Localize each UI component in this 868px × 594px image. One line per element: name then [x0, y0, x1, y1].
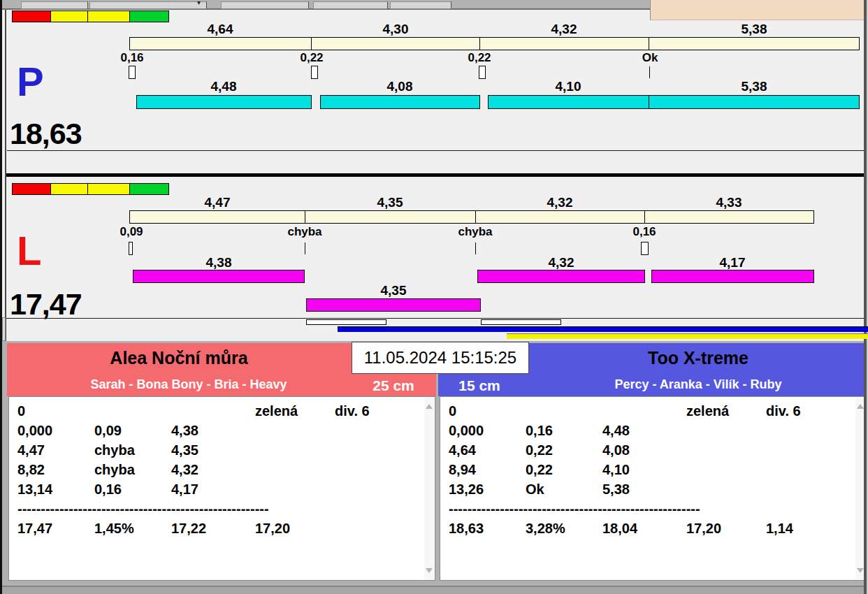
table-row: 8,94 0,22 4,10: [440, 461, 855, 480]
p-lap-time-label: 4,30: [326, 22, 465, 36]
l-lap-bar-segment: [129, 210, 305, 224]
l-split-time-label: 4,17: [663, 256, 802, 270]
p-gate-tick-box: [129, 66, 136, 79]
empty-split-bar: [306, 319, 386, 325]
panel-divider-line: [6, 318, 865, 319]
indicator-yellow-segment: [50, 183, 88, 195]
yellow-progress-bar: [507, 333, 868, 339]
toolbar-fragment: [390, 1, 451, 9]
empty-split-bar: [481, 319, 561, 325]
table-row: 0 zelená div. 6: [9, 402, 424, 421]
table-row: ----------------------------------------…: [9, 500, 424, 519]
table-scrollbar[interactable]: [424, 398, 434, 579]
right-team-title: Too X-treme: [530, 347, 867, 368]
results-table-right[interactable]: 0 zelená div. 6 0,000 0,16 4,48 4,64 0,2…: [440, 396, 867, 581]
l-gate-tick-box: [641, 242, 649, 255]
table-row: 13,14 0,16 4,17: [9, 480, 424, 500]
p-split-bar-segment: [649, 95, 860, 109]
traffic-light-indicator-p: [12, 10, 169, 22]
scroll-down-arrow-icon[interactable]: [426, 568, 433, 573]
p-lap-time-label: 4,64: [150, 22, 290, 36]
p-lap-bar-segment: [311, 37, 480, 50]
overlapping-window-fragment: [650, 0, 868, 20]
table-row: ----------------------------------------…: [440, 500, 855, 519]
p-split-bar-segment: [320, 95, 480, 109]
l-split-bar-segment: [133, 270, 305, 283]
toolbar-fragment: [21, 1, 88, 9]
traffic-light-indicator-l: [12, 183, 169, 195]
indicator-red-segment: [12, 10, 51, 22]
l-total-time: 17,47: [10, 289, 82, 319]
p-gate-label: 0,22: [284, 52, 340, 64]
indicator-yellow-segment: [87, 10, 130, 22]
timestamp-display: 11.05.2024 15:15:25: [352, 342, 529, 374]
run-letter-l: L: [17, 231, 41, 271]
l-split-bar-segment-below: [306, 298, 481, 312]
right-team-members: Percy - Aranka - Vilík - Ruby: [530, 377, 867, 392]
l-split-below-label: 4,35: [324, 284, 463, 298]
scroll-up-arrow-icon[interactable]: [857, 404, 864, 409]
l-lap-bar-segment: [475, 210, 645, 224]
p-split-bar-segment: [136, 95, 312, 109]
toolbar-fragment: [221, 1, 309, 9]
p-total-time: 18,63: [10, 119, 82, 148]
l-split-bar-segment: [651, 270, 814, 283]
table-row: 8,82 chyba 4,32: [9, 461, 424, 480]
indicator-yellow-segment: [87, 183, 130, 195]
timing-app-window: ▾ P 4,64 4,30 4,32 5,38 0,16 0,22 0,22 O…: [0, 0, 868, 594]
results-table-left[interactable]: 0 zelená div. 6 0,000 0,09 4,38 4,47 chy…: [8, 396, 435, 581]
window-left-border: [0, 0, 2, 594]
indicator-red-segment: [12, 183, 51, 195]
l-gate-tick-line: [305, 242, 305, 254]
left-team-members: Sarah - Bona Bony - Bria - Heavy: [14, 377, 363, 392]
indicator-green-segment: [129, 183, 169, 195]
p-lap-bar-segment: [129, 37, 312, 50]
table-body: 0 zelená div. 6 0,000 0,09 4,38 4,47 chy…: [9, 402, 424, 539]
p-lap-bar-segment: [479, 37, 649, 50]
left-team-title: Alea Noční můra: [7, 347, 351, 368]
l-lap-time-label: 4,32: [490, 196, 630, 210]
table-row: 18,63 3,28% 18,04 17,20 1,14: [440, 519, 855, 539]
p-gate-tick-box: [311, 66, 318, 79]
table-row: 4,64 0,22 4,08: [440, 441, 855, 461]
scroll-up-arrow-icon[interactable]: [426, 404, 433, 409]
l-split-time-label: 4,38: [149, 256, 289, 270]
p-split-time-label: 4,48: [154, 80, 294, 94]
p-gate-tick-line: [649, 66, 650, 78]
l-lap-time-label: 4,47: [147, 196, 287, 210]
toolbar-fragment: [313, 1, 388, 9]
l-gate-label: chyba: [447, 226, 503, 238]
l-lap-bar-segment: [305, 210, 476, 224]
left-jump-height-badge: 25 cm: [360, 377, 427, 394]
l-lap-time-label: 4,35: [320, 196, 460, 210]
table-row: 13,26 Ok 5,38: [440, 480, 855, 500]
blue-progress-bar: [338, 326, 868, 332]
table-row: 0,000 0,16 4,48: [440, 421, 855, 441]
l-split-bar-segment: [477, 270, 645, 283]
p-gate-tick-box: [479, 66, 486, 79]
p-lap-bar-segment: [649, 37, 860, 50]
indicator-green-segment: [129, 10, 169, 22]
table-row: 17,47 1,45% 17,22 17,20: [9, 519, 424, 539]
l-lap-bar-segment: [644, 210, 814, 224]
left-scrollbar-fragment[interactable]: [2, 317, 6, 341]
p-lap-time-label: 5,38: [684, 22, 824, 36]
toolbar-fragment: [89, 1, 207, 9]
table-row: 0,000 0,09 4,38: [9, 421, 424, 441]
l-gate-label: 0,09: [103, 226, 159, 238]
thick-section-divider: [6, 173, 865, 177]
p-split-time-label: 4,08: [330, 80, 470, 94]
dropdown-arrow-icon[interactable]: ▾: [197, 0, 201, 6]
l-gate-label: chyba: [277, 226, 333, 238]
l-lap-time-label: 4,33: [659, 196, 799, 210]
window-inner-border: [5, 10, 6, 341]
indicator-yellow-segment: [50, 10, 88, 22]
scroll-down-arrow-icon[interactable]: [857, 568, 864, 573]
p-gate-label: 0,22: [451, 52, 507, 64]
l-gate-tick-line: [475, 242, 476, 254]
l-gate-label: 0,16: [616, 226, 672, 238]
panel-divider-line: [7, 150, 864, 151]
l-split-time-label: 4,32: [491, 256, 631, 270]
p-gate-label: 0,16: [104, 52, 160, 64]
l-gate-tick-box: [129, 242, 133, 255]
